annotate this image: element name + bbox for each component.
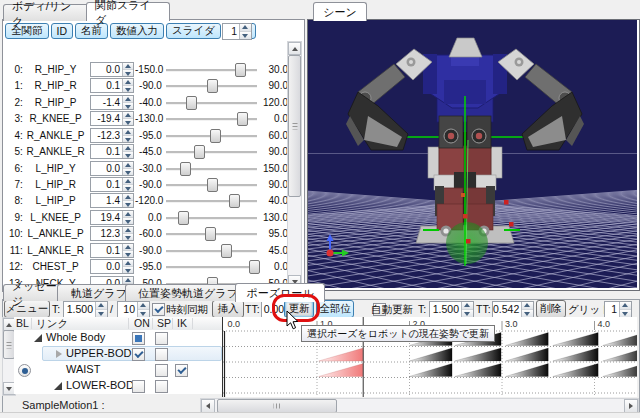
joint-value-spinbox[interactable]: 0.0 [90,259,134,274]
joint-value-spin-buttons[interactable] [122,227,133,240]
transition-time2-spinbox[interactable]: 0.542 [492,301,534,318]
slider-thumb[interactable] [186,96,197,110]
scene-3d-viewport[interactable] [308,20,637,288]
tab-body-link[interactable]: ボディ/リンク [3,4,91,21]
on-checkbox[interactable] [132,332,145,345]
slider-thumb[interactable] [178,211,189,225]
keyframe[interactable] [506,364,549,377]
joint-value-spinbox[interactable]: 0.1 [90,78,134,93]
slider-thumb[interactable] [205,227,216,241]
sp-checkbox[interactable] [155,332,168,345]
keyframe-selected[interactable] [319,348,363,361]
keyframe[interactable] [553,364,598,377]
joint-value-spinbox[interactable]: 19.4 [90,210,134,225]
slider-thumb[interactable] [221,244,232,258]
insert-button[interactable]: 挿入 [212,300,244,318]
joint-value-spin-buttons[interactable] [122,162,133,175]
keyframe[interactable] [553,348,598,361]
joint-value-spinbox[interactable]: 0.1 [90,144,134,159]
expander-open-icon[interactable] [34,334,42,342]
keyframe[interactable] [410,348,453,361]
time-spinbox[interactable]: 1.500 [63,301,108,318]
joint-value-spin-buttons[interactable] [122,194,133,207]
slider-thumb[interactable] [207,79,218,93]
tab-position-posture-graph[interactable]: 位置姿勢軌道グラフ [125,284,251,301]
keyframe[interactable] [410,364,453,377]
joint-slider[interactable] [165,161,258,176]
joint-value-spinbox[interactable]: 0.1 [90,243,134,258]
sp-checkbox[interactable] [155,380,168,393]
baselink-radio[interactable] [18,364,31,377]
joint-toolbar-button-4[interactable]: スライダ [166,23,221,39]
delete-button[interactable]: 削除 [536,300,566,318]
scroll-right-button[interactable] [624,399,638,413]
keyframe[interactable] [506,333,549,346]
slider-thumb[interactable] [249,260,260,274]
joint-value-spin-buttons[interactable] [122,211,133,224]
joint-value-spin-buttons[interactable] [122,96,133,109]
slider-thumb[interactable] [235,63,246,77]
time-sync-checkbox[interactable] [152,303,165,316]
joint-slider[interactable] [165,177,258,192]
joint-slider[interactable] [165,128,258,143]
keyframe-selected[interactable] [319,364,363,377]
slider-thumb[interactable] [237,112,248,126]
keyframe[interactable] [455,348,501,361]
tab-joint-slider[interactable]: 関節スライダ [86,2,170,21]
tree-row-lower-body[interactable]: LOWER-BODY [14,378,223,394]
joint-slider[interactable] [165,226,258,241]
columns-spinbox[interactable]: 1 [222,23,252,40]
keyframe[interactable] [506,348,549,361]
slider-thumb[interactable] [207,178,218,192]
joint-slider[interactable] [165,144,258,159]
joint-slider[interactable] [165,78,258,93]
joint-slider[interactable] [165,259,258,274]
tab-scene[interactable]: シーン [313,2,367,21]
tree-row-whole-body[interactable]: Whole Body [14,330,223,346]
joint-slider[interactable] [165,210,258,225]
joint-value-spinbox[interactable]: 1.4 [90,193,134,208]
joint-value-spin-buttons[interactable] [122,178,133,191]
joint-value-spinbox[interactable]: 0.0 [90,62,134,77]
time-divisions-spinbox[interactable]: 10 [117,301,150,318]
tree-row-upper-body[interactable]: UPPER-BODY [14,346,223,362]
slider-thumb[interactable] [180,162,191,176]
scroll-left-button[interactable] [201,399,215,413]
joint-value-spinbox[interactable]: -19.4 [90,111,134,126]
joint-slider[interactable] [165,95,258,110]
keyframe[interactable] [603,364,637,377]
keyframe[interactable] [603,348,637,361]
hscrollbar-thumb[interactable] [217,399,337,413]
slider-thumb[interactable] [194,145,205,159]
on-checkbox[interactable] [132,380,145,393]
joint-value-spinbox[interactable]: 0.0 [90,161,134,176]
tree-row-waist[interactable]: WAIST [14,362,223,378]
joint-value-spin-buttons[interactable] [122,112,133,125]
joint-value-spinbox[interactable]: -1.4 [90,95,134,110]
joint-list-scrollbar[interactable] [287,41,302,289]
keyframe[interactable] [553,333,598,346]
joint-slider[interactable] [165,62,258,77]
slider-thumb[interactable] [229,194,240,208]
expander-open-icon[interactable] [54,382,62,390]
on-checkbox[interactable] [132,348,145,361]
joint-value-spin-buttons[interactable] [122,145,133,158]
scroll-up-button[interactable] [288,42,301,55]
keyframe[interactable] [603,333,637,346]
scrollbar-thumb[interactable] [288,55,301,197]
joint-value-spin-buttons[interactable] [122,79,133,92]
joint-value-spinbox[interactable]: 0.1 [90,177,134,192]
time2-spinbox[interactable]: 1.500 [429,301,474,318]
all-parts-toggle[interactable]: 全部位 [316,300,354,318]
sp-checkbox[interactable] [155,348,168,361]
grid-spinbox[interactable]: 1 [604,301,632,318]
joint-value-spin-buttons[interactable] [122,129,133,142]
expander-closed-icon[interactable] [56,350,66,358]
joint-value-spin-buttons[interactable] [122,63,133,76]
joint-slider[interactable] [165,243,258,258]
sp-checkbox[interactable] [155,364,168,377]
slider-thumb[interactable] [210,129,221,143]
joint-value-spinbox[interactable]: 12.3 [90,226,134,241]
ik-checkbox[interactable] [175,364,188,377]
joint-value-spin-buttons[interactable] [122,260,133,273]
